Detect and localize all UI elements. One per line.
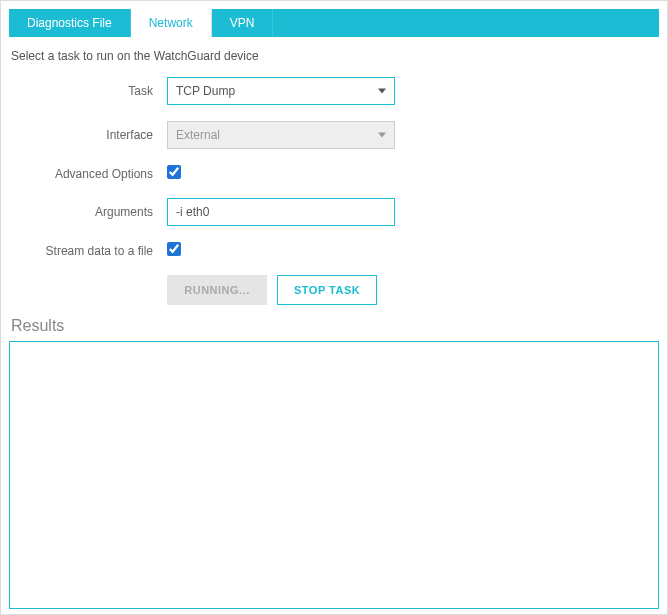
chevron-down-icon: [378, 89, 386, 94]
results-textarea[interactable]: [9, 341, 659, 609]
advanced-options-label: Advanced Options: [9, 167, 167, 181]
results-label: Results: [11, 317, 659, 335]
tab-vpn[interactable]: VPN: [212, 9, 274, 37]
arguments-label: Arguments: [9, 205, 167, 219]
task-select-value: TCP Dump: [176, 84, 235, 98]
task-label: Task: [9, 84, 167, 98]
row-stream-data: Stream data to a file: [9, 242, 659, 259]
interface-select: External: [167, 121, 395, 149]
interface-select-value: External: [176, 128, 220, 142]
row-interface: Interface External: [9, 121, 659, 149]
row-arguments: Arguments: [9, 198, 659, 226]
chevron-down-icon: [378, 133, 386, 138]
row-advanced-options: Advanced Options: [9, 165, 659, 182]
stop-task-button[interactable]: STOP TASK: [277, 275, 377, 305]
interface-label: Interface: [9, 128, 167, 142]
tab-bar: Diagnostics File Network VPN: [9, 9, 659, 37]
results-container: [9, 341, 659, 612]
button-row: RUNNING... STOP TASK: [167, 275, 659, 305]
task-select[interactable]: TCP Dump: [167, 77, 395, 105]
tab-network[interactable]: Network: [131, 9, 212, 37]
running-button: RUNNING...: [167, 275, 267, 305]
stream-data-checkbox[interactable]: [167, 242, 181, 256]
tab-diagnostics-file[interactable]: Diagnostics File: [9, 9, 131, 37]
stream-data-label: Stream data to a file: [9, 244, 167, 258]
instruction-text: Select a task to run on the WatchGuard d…: [11, 49, 659, 63]
advanced-options-checkbox[interactable]: [167, 165, 181, 179]
arguments-input[interactable]: [167, 198, 395, 226]
row-task: Task TCP Dump: [9, 77, 659, 105]
